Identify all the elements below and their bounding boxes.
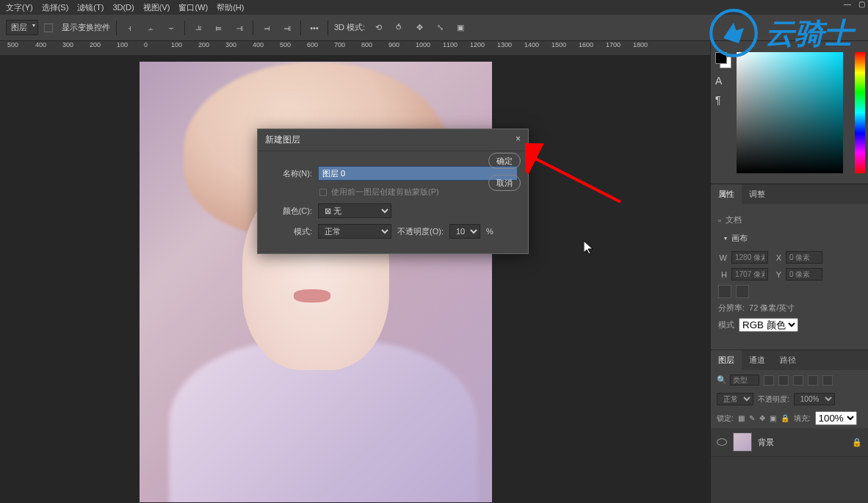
filter-shape-icon[interactable] — [808, 375, 818, 386]
w-label: W — [718, 253, 727, 262]
filter-smart-icon[interactable] — [822, 375, 833, 386]
fill-label: 填充: — [794, 413, 811, 424]
menu-item[interactable]: 滤镜(T) — [77, 2, 104, 13]
filter-pixel-icon[interactable] — [764, 375, 774, 386]
filter-type-icon[interactable] — [793, 375, 803, 386]
filter-adjust-icon[interactable] — [778, 375, 789, 386]
lock-artboard-icon[interactable]: ▣ — [770, 414, 776, 422]
roll-3d-icon[interactable]: ⥀ — [391, 21, 406, 35]
menu-item[interactable]: 3D(D) — [112, 3, 134, 12]
lock-icon[interactable]: 🔒 — [852, 438, 862, 447]
ruler-tick: 800 — [361, 41, 372, 48]
height-input[interactable] — [731, 268, 768, 281]
distribute-h-icon[interactable]: ⫤ — [259, 21, 274, 35]
distribute-v-icon[interactable]: ⫥ — [280, 21, 294, 35]
cancel-button[interactable]: 取消 — [488, 175, 521, 191]
blend-mode-dropdown[interactable]: 正常 — [717, 393, 753, 405]
camera-3d-icon[interactable]: ▣ — [453, 21, 468, 35]
tab-adjustments[interactable]: 调整 — [742, 184, 773, 204]
more-icon[interactable]: ••• — [307, 21, 322, 35]
close-icon[interactable]: × — [516, 134, 521, 146]
separator — [253, 21, 253, 35]
foreground-swatch[interactable] — [715, 52, 727, 64]
options-bar: 图层 显示变换控件 ⫞ ⫠ ⫟ ⫡ ⫢ ⫣ ⫤ ⫥ ••• 3D 模式: ⟲ ⥀… — [0, 15, 868, 41]
show-transform-checkbox[interactable] — [44, 23, 53, 32]
ruler-tick: 700 — [334, 41, 345, 48]
minimize-icon[interactable]: — — [844, 0, 851, 8]
filter-type-dropdown[interactable] — [730, 374, 759, 386]
menu-item[interactable]: 帮助(H) — [217, 2, 244, 13]
lock-all-icon[interactable]: 🔒 — [781, 414, 789, 422]
lock-position-icon[interactable]: ✥ — [759, 414, 765, 422]
blend-mode-dropdown[interactable]: 正常 — [318, 224, 391, 239]
align-top-icon[interactable]: ⫡ — [191, 21, 206, 35]
portrait-painting — [140, 62, 492, 502]
lock-transparency-icon[interactable]: ▦ — [738, 414, 745, 422]
y-input[interactable] — [786, 268, 822, 281]
canvas-section-header[interactable]: 画布 — [718, 230, 861, 247]
width-input[interactable] — [731, 251, 768, 264]
clip-mask-checkbox — [319, 189, 327, 196]
align-right-icon[interactable]: ⫟ — [164, 21, 178, 35]
paragraph-icon[interactable]: ¶ — [715, 94, 722, 106]
ruler-tick: 1400 — [524, 41, 539, 48]
name-label: 名称(N): — [268, 168, 312, 179]
separator — [300, 21, 301, 35]
menu-item[interactable]: 视图(V) — [143, 2, 170, 13]
layer-opacity-dropdown[interactable]: 100% — [794, 393, 835, 405]
tab-paths[interactable]: 路径 — [773, 350, 803, 370]
ruler-tick: 1500 — [551, 41, 566, 48]
color-dropdown[interactable]: ⊠ 无 — [318, 203, 391, 218]
ruler-tick: 100 — [117, 41, 128, 48]
align-left-icon[interactable]: ⫞ — [123, 21, 137, 35]
layer-thumbnail[interactable] — [733, 433, 752, 452]
color-panel: A ¶ — [711, 41, 868, 184]
properties-panel: 属性 调整 ▫文档 画布 W X H Y 分辨率: — [711, 184, 868, 350]
x-input[interactable] — [786, 251, 822, 264]
dialog-titlebar[interactable]: 新建图层 × — [258, 129, 528, 151]
color-field[interactable] — [737, 52, 843, 173]
ruler-tick: 1800 — [633, 41, 648, 48]
ok-button[interactable]: 确定 — [488, 153, 521, 169]
opacity-label: 不透明度(O): — [397, 226, 444, 237]
layer-filter[interactable]: 🔍 — [717, 374, 759, 386]
align-bottom-icon[interactable]: ⫣ — [232, 21, 247, 35]
ruler-tick: 600 — [307, 41, 318, 48]
align-center-v-icon[interactable]: ⫢ — [211, 21, 226, 35]
lock-pixels-icon[interactable]: ✎ — [749, 414, 755, 422]
mode-3d-label: 3D 模式: — [334, 22, 365, 33]
canvas-image[interactable] — [140, 62, 492, 502]
tab-properties[interactable]: 属性 — [711, 184, 742, 204]
ruler-tick: 900 — [388, 41, 399, 48]
orientation-landscape-icon[interactable] — [736, 285, 749, 298]
visibility-eye-icon[interactable] — [717, 438, 727, 446]
align-center-h-icon[interactable]: ⫠ — [143, 21, 158, 35]
opacity-dropdown[interactable]: 100 — [449, 224, 480, 239]
fill-dropdown[interactable]: 100% — [815, 411, 857, 425]
layer-name[interactable]: 背景 — [758, 437, 774, 448]
color-mode-dropdown[interactable]: RGB 颜色 — [739, 318, 798, 332]
orientation-portrait-icon[interactable] — [718, 285, 731, 298]
layer-row[interactable]: 背景 🔒 — [711, 428, 868, 457]
fg-bg-swatches[interactable] — [715, 52, 731, 68]
tab-channels[interactable]: 通道 — [742, 350, 773, 370]
opacity-unit: % — [486, 227, 493, 236]
slide-3d-icon[interactable]: ⤡ — [433, 21, 447, 35]
pan-3d-icon[interactable]: ✥ — [412, 21, 427, 35]
ruler-tick: 1700 — [606, 41, 621, 48]
maximize-icon[interactable]: ▢ — [858, 0, 865, 8]
y-label: Y — [773, 270, 781, 279]
canvas-area[interactable] — [0, 56, 710, 503]
type-tool-icon[interactable]: A — [715, 75, 722, 87]
hue-slider[interactable] — [855, 52, 865, 173]
ruler-tick: 200 — [90, 41, 101, 48]
menu-item[interactable]: 文字(Y) — [6, 2, 33, 13]
orbit-3d-icon[interactable]: ⟲ — [371, 21, 386, 35]
menu-item[interactable]: 窗口(W) — [178, 2, 208, 13]
menu-item[interactable]: 选择(S) — [42, 2, 69, 13]
ruler-tick: 1200 — [470, 41, 485, 48]
color-label: 颜色(C): — [268, 206, 312, 217]
tab-layers[interactable]: 图层 — [711, 350, 742, 370]
layer-select-dropdown[interactable]: 图层 — [6, 20, 38, 35]
mode-label: 模式: — [268, 226, 312, 237]
